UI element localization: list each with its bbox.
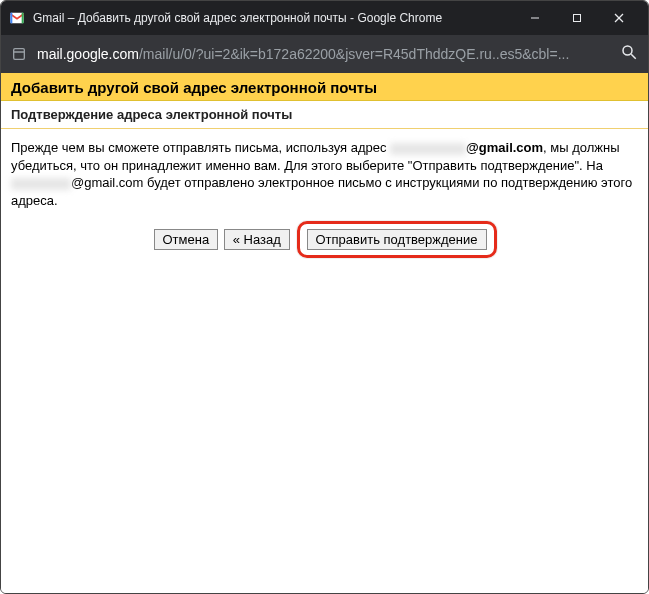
maximize-button[interactable] <box>556 1 598 35</box>
redacted-email-name-2 <box>11 178 71 190</box>
svg-rect-1 <box>10 13 12 24</box>
page-subheading: Подтверждение адреса электронной почты <box>1 101 648 129</box>
svg-rect-2 <box>22 13 24 24</box>
svg-rect-4 <box>574 15 581 22</box>
window-titlebar: Gmail – Добавить другой свой адрес элект… <box>1 1 648 35</box>
button-row: Отмена « Назад Отправить подтверждение <box>11 221 638 258</box>
minimize-button[interactable] <box>514 1 556 35</box>
url-path: /mail/u/0/?ui=2&ik=b172a62200&jsver=R45d… <box>139 46 569 62</box>
page-content: Добавить другой свой адрес электронной п… <box>1 73 648 594</box>
redacted-email-name <box>390 143 466 155</box>
body-suffix: @gmail.com будет отправлено электронное … <box>11 175 632 208</box>
window-controls <box>514 1 640 35</box>
highlight-annotation: Отправить подтверждение <box>297 221 497 258</box>
svg-point-9 <box>623 46 632 55</box>
back-button[interactable]: « Назад <box>224 229 290 250</box>
close-button[interactable] <box>598 1 640 35</box>
url-text[interactable]: mail.google.com/mail/u/0/?ui=2&ik=b172a6… <box>37 46 610 62</box>
email-domain-bold: @gmail.com <box>466 140 543 155</box>
body-prefix: Прежде чем вы сможете отправлять письма,… <box>11 140 390 155</box>
svg-line-10 <box>631 54 636 59</box>
cancel-button[interactable]: Отмена <box>154 229 219 250</box>
search-icon[interactable] <box>620 43 638 65</box>
page-heading: Добавить другой свой адрес электронной п… <box>1 73 648 101</box>
url-host: mail.google.com <box>37 46 139 62</box>
gmail-logo-icon <box>9 10 25 26</box>
svg-rect-7 <box>14 49 25 60</box>
site-info-icon[interactable] <box>11 46 27 62</box>
confirmation-text: Прежде чем вы сможете отправлять письма,… <box>1 129 648 272</box>
address-bar: mail.google.com/mail/u/0/?ui=2&ik=b172a6… <box>1 35 648 73</box>
send-confirmation-button[interactable]: Отправить подтверждение <box>307 229 487 250</box>
window-title: Gmail – Добавить другой свой адрес элект… <box>33 11 506 25</box>
